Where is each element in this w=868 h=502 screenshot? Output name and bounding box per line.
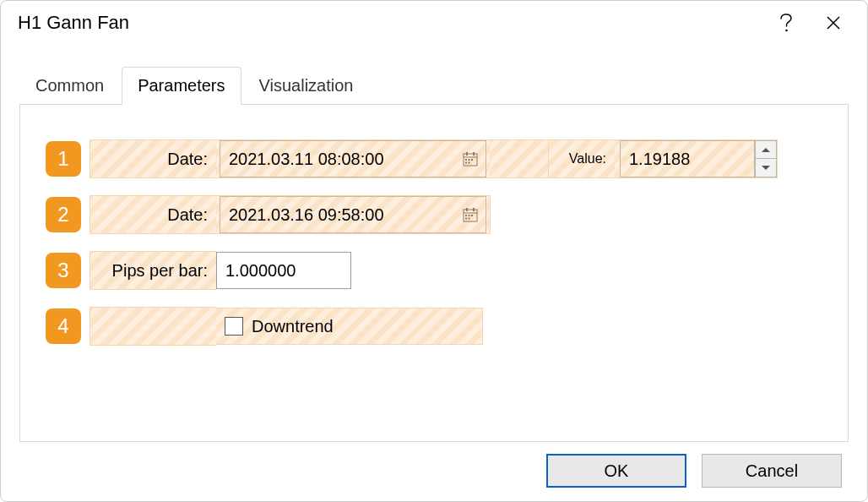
svg-rect-7 bbox=[465, 159, 467, 161]
help-icon bbox=[780, 14, 792, 32]
titlebar: H1 Gann Fan bbox=[1, 1, 867, 45]
tab-strip: Common Parameters Visualization bbox=[19, 65, 849, 104]
help-button[interactable] bbox=[762, 4, 810, 41]
svg-rect-18 bbox=[471, 215, 473, 216]
tab-panel-parameters: 1 Date: 2021.03.11 08:08:00 bbox=[19, 104, 849, 442]
svg-rect-6 bbox=[473, 152, 475, 156]
svg-rect-9 bbox=[471, 159, 473, 161]
pips-value: 1.000000 bbox=[225, 261, 296, 281]
row-badge: 1 bbox=[46, 141, 81, 177]
svg-rect-15 bbox=[473, 208, 475, 211]
svg-rect-16 bbox=[465, 215, 467, 216]
date-value: 2021.03.16 09:58:00 bbox=[229, 205, 384, 225]
dialog-button-bar: OK Cancel bbox=[19, 442, 849, 489]
param-row-4: 4 Downtrend bbox=[46, 306, 822, 346]
downtrend-cell: Downtrend bbox=[216, 308, 483, 345]
date-input-2[interactable]: 2021.03.16 09:58:00 bbox=[220, 196, 486, 233]
row-badge: 4 bbox=[46, 308, 81, 344]
pips-input[interactable]: 1.000000 bbox=[216, 252, 351, 289]
pips-label: Pips per bar: bbox=[90, 251, 216, 290]
chevron-up-icon bbox=[762, 148, 770, 152]
tab-common[interactable]: Common bbox=[19, 67, 120, 104]
client-area: Common Parameters Visualization 1 Date: … bbox=[1, 45, 867, 501]
tab-visualization[interactable]: Visualization bbox=[243, 67, 370, 104]
date-input-1[interactable]: 2021.03.11 08:08:00 bbox=[220, 140, 486, 177]
svg-point-0 bbox=[785, 30, 788, 32]
spin-up-button[interactable] bbox=[755, 140, 777, 159]
downtrend-label: Downtrend bbox=[252, 317, 334, 336]
value-spinbox bbox=[755, 140, 777, 177]
svg-rect-14 bbox=[466, 208, 468, 211]
value-input[interactable]: 1.19188 bbox=[620, 140, 755, 177]
param-row-2: 2 Date: 2021.03.16 09:58:00 bbox=[46, 194, 822, 235]
close-button[interactable] bbox=[810, 4, 857, 41]
param-row-3: 3 Pips per bar: 1.000000 bbox=[46, 250, 822, 291]
close-icon bbox=[826, 15, 841, 30]
downtrend-checkbox[interactable] bbox=[225, 317, 243, 336]
ok-button[interactable]: OK bbox=[546, 454, 686, 488]
svg-rect-5 bbox=[466, 152, 468, 156]
row-badge: 2 bbox=[46, 197, 81, 232]
svg-rect-10 bbox=[465, 162, 467, 164]
svg-rect-8 bbox=[469, 159, 470, 161]
downtrend-spacer bbox=[90, 307, 216, 346]
date-label: Date: bbox=[90, 195, 216, 234]
svg-rect-17 bbox=[469, 215, 470, 216]
cancel-button[interactable]: Cancel bbox=[702, 454, 842, 488]
date-value: 2021.03.11 08:08:00 bbox=[229, 150, 384, 169]
spin-down-button[interactable] bbox=[755, 159, 777, 177]
calendar-icon[interactable] bbox=[462, 206, 479, 223]
window-title: H1 Gann Fan bbox=[18, 12, 762, 34]
date-label: Date: bbox=[90, 139, 216, 178]
svg-rect-20 bbox=[469, 218, 470, 220]
svg-rect-19 bbox=[465, 218, 467, 220]
chevron-down-icon bbox=[762, 166, 770, 170]
dialog-window: H1 Gann Fan Common Parameters Visualizat… bbox=[0, 0, 868, 502]
value-label: Value: bbox=[549, 139, 615, 178]
spacer bbox=[490, 139, 549, 178]
value-text: 1.19188 bbox=[629, 150, 690, 169]
calendar-icon[interactable] bbox=[462, 150, 479, 167]
row-badge: 3 bbox=[46, 253, 81, 288]
svg-rect-11 bbox=[469, 162, 470, 164]
tab-parameters[interactable]: Parameters bbox=[122, 67, 241, 105]
param-row-1: 1 Date: 2021.03.11 08:08:00 bbox=[46, 139, 822, 179]
